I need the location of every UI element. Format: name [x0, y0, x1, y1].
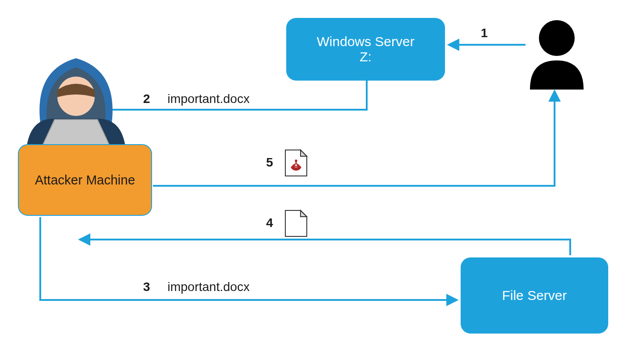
svg-point-3 [294, 163, 298, 167]
svg-point-0 [539, 20, 575, 56]
svg-point-1 [57, 77, 95, 116]
hazard-document-icon [285, 150, 307, 176]
step-2-text: important.docx [167, 92, 250, 106]
step-3-group: 3 important.docx [143, 280, 250, 294]
attacker-machine-node: Attacker Machine [18, 144, 152, 216]
windows-server-node: Windows Server Z: [286, 18, 445, 81]
step-4-label: 4 [266, 216, 273, 230]
hacker-icon [27, 58, 125, 146]
user-icon [530, 20, 584, 90]
step-3-text: important.docx [167, 280, 250, 294]
file-server-node: File Server [461, 257, 608, 334]
svg-point-2 [295, 164, 298, 167]
step-3-number: 3 [143, 280, 150, 294]
file-server-label: File Server [502, 288, 567, 303]
windows-server-label-2: Z: [317, 49, 414, 64]
step-1-label: 1 [481, 26, 488, 40]
svg-point-4 [295, 164, 297, 166]
step-2-number: 2 [143, 92, 150, 106]
attacker-machine-label: Attacker Machine [35, 173, 135, 188]
windows-server-label-1: Windows Server [317, 34, 414, 49]
step-2-group: 2 important.docx [143, 92, 250, 106]
document-icon [285, 210, 307, 236]
arrow-4 [80, 240, 570, 255]
arrow-2 [76, 81, 367, 134]
step-5-label: 5 [266, 155, 273, 170]
